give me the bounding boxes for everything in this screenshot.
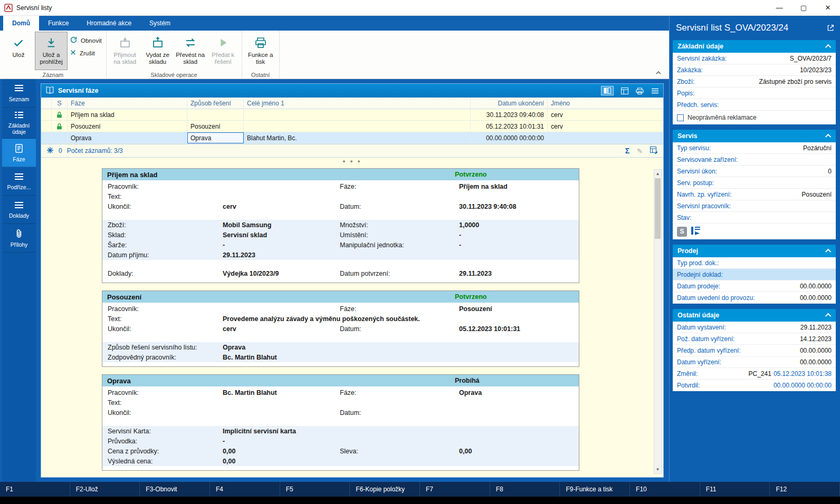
chevron-up-icon[interactable] — [827, 44, 831, 49]
edit-columns-icon[interactable] — [650, 147, 658, 156]
split-view-button[interactable] — [601, 86, 614, 95]
table-row[interactable]: Příjem na sklad 30.11.2023 09:40:08 cerv — [41, 109, 663, 121]
section-header-ostatni[interactable]: Ostatní údaje — [673, 309, 836, 322]
sidebar-item-seznam[interactable]: Seznam — [2, 79, 36, 108]
fkey-f9[interactable]: F9-Funkce a tisk — [560, 482, 630, 497]
export-table-icon[interactable] — [621, 88, 628, 94]
field-datum-uvedeni[interactable]: Datum uvedení do provozu:00.00.0000 — [673, 292, 836, 304]
menu-icon[interactable] — [651, 88, 659, 94]
functions-print-button[interactable]: Funkce a tisk — [244, 32, 277, 70]
refresh-button[interactable]: Obnovit — [70, 36, 102, 45]
section-header-servis[interactable]: Servis — [673, 130, 836, 142]
scroll-up-arrow[interactable]: ▲ — [654, 170, 661, 178]
table-row-selected[interactable]: Oprava Oprava Blahut Martin, Bc. 00.00.0… — [41, 132, 663, 144]
field-typ-prod-dok[interactable]: Typ prod. dok.: — [673, 257, 836, 269]
checkbox-neopravnena-reklamace[interactable]: Neoprávněná reklamace — [673, 111, 836, 124]
scrollbar-thumb[interactable] — [655, 178, 661, 239]
maximize-button[interactable]: ▢ — [791, 0, 816, 15]
close-button[interactable]: ✕ — [816, 0, 840, 15]
column-header-faze[interactable]: Fáze — [68, 98, 187, 109]
cell-zpusob[interactable] — [187, 109, 244, 120]
chevron-up-icon[interactable] — [827, 134, 831, 138]
collapse-ribbon-chevron[interactable] — [655, 69, 662, 76]
cell-zpusob[interactable]: Posouzení — [187, 121, 244, 132]
table-row[interactable]: Posouzení Posouzení 05.12.2023 10:01:31 … — [41, 121, 663, 132]
fkey-f11[interactable]: F11 — [700, 482, 770, 497]
field-poz-datum-vyrizeni[interactable]: Pož. datum vyřízení:14.12.2023 — [673, 333, 836, 345]
cell-faze[interactable]: Příjem na sklad — [68, 109, 187, 120]
chevron-up-icon[interactable] — [827, 313, 831, 317]
fkey-f5[interactable]: F5 — [280, 482, 350, 497]
sidebar-item-zakladni-udaje[interactable]: Základní údaje — [2, 108, 36, 139]
sidebar-item-faze[interactable]: Fáze — [2, 139, 36, 167]
section-header-prodej[interactable]: Prodej — [673, 245, 836, 257]
minimize-button[interactable]: — — [767, 0, 791, 15]
column-header-jmeno[interactable]: Jméno — [548, 98, 663, 109]
stav-s-badge-icon[interactable]: S — [677, 227, 687, 237]
field-prodejni-doklad[interactable]: Prodejní doklad: — [673, 269, 836, 280]
sum-icon[interactable]: Σ — [625, 147, 629, 155]
issue-from-stock-button[interactable]: Vydat ze skladu — [141, 32, 174, 70]
field-servisovane-zarizeni[interactable]: Servisované zařízení: — [673, 154, 836, 166]
column-header-datum[interactable]: Datum ukončení — [471, 98, 548, 109]
save-and-view-button[interactable]: Ulož a prohlížej — [35, 32, 68, 70]
print-icon[interactable] — [636, 88, 644, 94]
field-servisni-pracovnik[interactable]: Servisní pracovník: — [673, 200, 836, 212]
cell-jmeno[interactable]: cerv — [548, 121, 663, 132]
save-button[interactable]: Ulož — [2, 32, 35, 70]
tab-domu[interactable]: Domů — [3, 16, 39, 31]
cell-datum[interactable]: 00.00.0000 00:00:00 — [471, 132, 548, 143]
tab-system[interactable]: Systém — [140, 16, 179, 31]
sidebar-item-prilohy[interactable]: Přílohy — [2, 224, 36, 253]
fkey-f4[interactable]: F4 — [210, 482, 280, 497]
column-header-s[interactable]: S — [52, 98, 68, 109]
field-typ-servisu[interactable]: Typ servisu:Pozáruční — [673, 142, 836, 154]
fkey-f7[interactable]: F7 — [420, 482, 490, 497]
tab-funkce[interactable]: Funkce — [39, 16, 78, 31]
settings-asterisk-icon[interactable] — [46, 147, 54, 156]
field-datum-prodeje[interactable]: Datum prodeje:00.00.0000 — [673, 280, 836, 292]
cell-jmeno1[interactable] — [244, 121, 471, 132]
fkey-f8[interactable]: F8 — [490, 482, 560, 497]
field-stav[interactable]: Stav: — [673, 212, 836, 224]
field-navrh-zp-vyrizeni[interactable]: Navrh. zp. vyřízení:Posouzení — [673, 189, 836, 200]
field-datum-vyrizeni[interactable]: Datum vyřízení:00.00.0000 — [673, 356, 836, 368]
cell-datum[interactable]: 05.12.2023 10:01:31 — [471, 121, 548, 132]
scroll-down-arrow[interactable]: ▼ — [654, 466, 661, 473]
fkey-f2[interactable]: F2-Ulož — [70, 482, 140, 497]
sidebar-item-doklady[interactable]: Doklady — [2, 196, 36, 224]
column-header-zpusob[interactable]: Způsob řešení — [187, 98, 244, 109]
transfer-to-stock-button[interactable]: Převést na sklad — [174, 32, 207, 70]
field-predp-datum-vyrizeni[interactable]: Předp. datum vyřízení:00.00.0000 — [673, 345, 836, 356]
field-zakazka[interactable]: Zakázka:10/2023/23 — [673, 64, 836, 76]
cell-zpusob-focused[interactable]: Oprava — [187, 132, 244, 143]
field-popis[interactable]: Popis: — [673, 88, 836, 99]
detail-scrollbar[interactable]: ▲ ▼ — [654, 169, 662, 474]
fkey-f1[interactable]: F1 — [0, 482, 70, 497]
checkbox-icon[interactable] — [677, 114, 684, 121]
workflow-icon[interactable] — [691, 226, 701, 237]
field-datum-vystaveni[interactable]: Datum vystavení:29.11.2023 — [673, 322, 836, 333]
cell-faze[interactable]: Oprava — [68, 132, 187, 143]
field-servisni-ukon[interactable]: Servisní úkon:0 — [673, 166, 836, 177]
fkey-f12[interactable]: F12 — [770, 482, 840, 497]
chevron-up-icon[interactable] — [827, 249, 831, 253]
sidebar-item-podrizene[interactable]: Podříze... — [2, 167, 36, 196]
cell-jmeno1[interactable]: Blahut Martin, Bc. — [244, 132, 471, 143]
cancel-button[interactable]: Zrušit — [70, 49, 102, 57]
cell-jmeno1[interactable] — [244, 109, 471, 120]
field-potvrdil[interactable]: Potvrdil:00.00.0000 00:00:00 — [673, 380, 836, 391]
section-header-zakladni[interactable]: Základní údaje — [673, 40, 836, 53]
open-window-icon[interactable] — [826, 24, 835, 34]
cell-datum[interactable]: 30.11.2023 09:40:08 — [471, 109, 548, 120]
cell-jmeno[interactable] — [548, 132, 663, 143]
field-zbozi[interactable]: Zboží:Zástupné zboží pro servis — [673, 76, 836, 88]
splitter-handle[interactable]: ● ● ● — [41, 158, 663, 165]
column-header-jmeno1[interactable]: Celé jméno 1 — [244, 98, 471, 109]
fkey-f10[interactable]: F10 — [630, 482, 700, 497]
field-serv-postup[interactable]: Serv. postup: — [673, 177, 836, 189]
field-predch-servis[interactable]: Předch. servis: — [673, 99, 836, 111]
field-servisni-zakazka[interactable]: Servisní zakázka:S_OVA/2023/7 — [673, 53, 836, 64]
tab-hromadne-akce[interactable]: Hromadné akce — [78, 16, 140, 31]
fkey-f6[interactable]: F6-Kopie položky — [350, 482, 420, 497]
